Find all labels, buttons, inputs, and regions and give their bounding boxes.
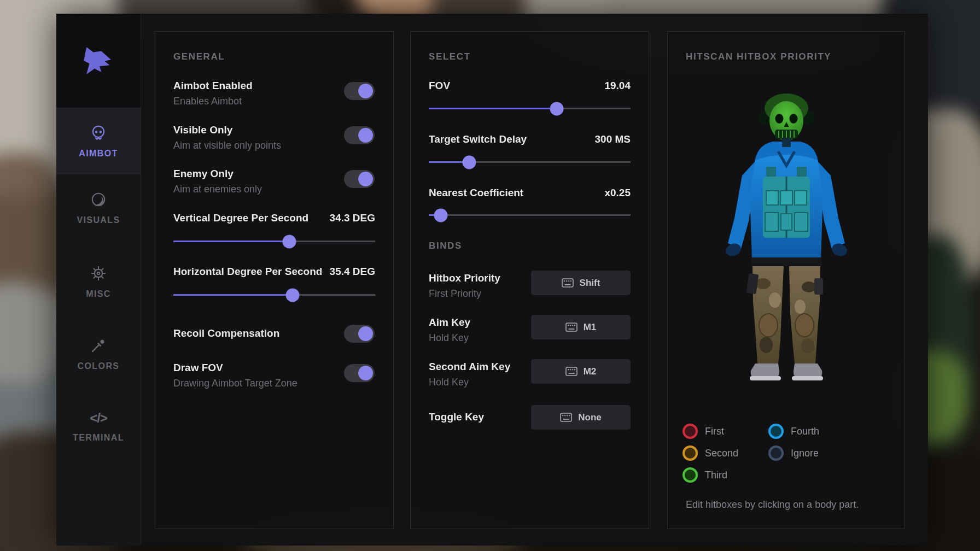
hitbox-priority-key-button[interactable]: Shift bbox=[531, 271, 631, 295]
legend-dot-second bbox=[682, 446, 698, 461]
setting-aimbot-enabled: Aimbot Enabled Enables Aimbot bbox=[173, 80, 253, 107]
draw-fov-toggle[interactable] bbox=[344, 364, 375, 382]
aimbot-enabled-toggle[interactable] bbox=[344, 82, 375, 100]
setting-draw-fov: Draw FOV Drawing Aimbot Target Zone bbox=[173, 362, 298, 389]
wolf-logo-icon bbox=[80, 45, 117, 77]
legend-dot-third bbox=[682, 467, 698, 483]
setting-nearest-coefficient: Nearest Coefficient x0.25 bbox=[429, 187, 631, 199]
sidebar: AIMBOT VISUALS MISC bbox=[56, 14, 141, 546]
setting-visible-only: Visible Only Aim at visible only points bbox=[173, 124, 281, 151]
vertical-dps-slider[interactable] bbox=[173, 241, 375, 242]
aimbot-skull-icon bbox=[90, 124, 107, 142]
slider-knob[interactable] bbox=[434, 208, 448, 222]
second-aim-key-button[interactable]: M2 bbox=[531, 359, 631, 384]
toggle-knob bbox=[358, 128, 373, 143]
sidebar-item-terminal[interactable]: </> TERMINAL bbox=[56, 401, 141, 453]
eyedropper-icon bbox=[90, 337, 107, 354]
setting-fov: FOV 19.04 bbox=[429, 80, 631, 92]
sidebar-item-label: MISC bbox=[86, 289, 111, 299]
toggle-knob bbox=[358, 172, 373, 186]
fov-slider[interactable] bbox=[429, 108, 631, 109]
recoil-compensation-toggle[interactable] bbox=[344, 325, 375, 343]
enemy-only-toggle[interactable] bbox=[344, 170, 375, 188]
setting-vertical-dps: Vertical Degree Per Second 34.3 DEG bbox=[173, 212, 375, 224]
setting-target-switch-delay: Target Switch Delay 300 MS bbox=[429, 133, 631, 145]
general-panel: GENERAL Aimbot Enabled Enables Aimbot Vi… bbox=[155, 31, 394, 529]
visible-only-toggle[interactable] bbox=[344, 126, 375, 144]
sidebar-item-label: AIMBOT bbox=[79, 149, 118, 159]
horizontal-dps-value: 35.4 DEG bbox=[330, 266, 375, 278]
slider-fill bbox=[173, 241, 289, 242]
legend-dot-fourth bbox=[768, 424, 784, 439]
hitbox-torso[interactable] bbox=[750, 151, 823, 266]
contrast-moon-icon bbox=[90, 191, 107, 208]
legend-label-first: First bbox=[705, 426, 724, 437]
hitbox-feet[interactable] bbox=[750, 364, 823, 380]
setting-horizontal-dps: Horizontal Degree Per Second 35.4 DEG bbox=[173, 266, 375, 278]
legend-dot-ignore bbox=[768, 446, 784, 461]
toggle-knob bbox=[358, 326, 373, 341]
general-header: GENERAL bbox=[173, 51, 225, 62]
logo-block bbox=[56, 14, 141, 108]
vertical-dps-value: 34.3 DEG bbox=[330, 212, 375, 224]
bind-toggle-key: Toggle Key bbox=[429, 411, 484, 423]
legend-label-third: Third bbox=[705, 470, 727, 481]
target-switch-delay-slider[interactable] bbox=[429, 161, 631, 163]
keyboard-icon bbox=[560, 413, 572, 422]
hitbox-note: Edit hitboxes by clicking on a body part… bbox=[686, 499, 859, 511]
legend-label-fourth: Fourth bbox=[791, 426, 819, 437]
slider-fill bbox=[429, 108, 557, 109]
legend-label-ignore: Ignore bbox=[791, 448, 819, 459]
slider-knob[interactable] bbox=[285, 288, 299, 302]
keyboard-icon bbox=[565, 367, 578, 376]
sidebar-item-colors[interactable]: COLORS bbox=[56, 328, 141, 380]
setting-enemy-only: Enemy Only Aim at enemies only bbox=[173, 168, 262, 195]
hitbox-head[interactable] bbox=[758, 93, 815, 147]
select-header: SELECT bbox=[429, 51, 471, 62]
nearest-coefficient-value: x0.25 bbox=[604, 187, 631, 199]
hitbox-panel: HITSCAN HITBOX PRIORITY bbox=[667, 31, 905, 529]
sidebar-item-misc[interactable]: MISC bbox=[56, 256, 141, 308]
sidebar-item-label: VISUALS bbox=[77, 215, 120, 225]
slider-fill bbox=[173, 294, 293, 296]
horizontal-dps-slider[interactable] bbox=[173, 294, 375, 296]
nearest-coefficient-slider[interactable] bbox=[429, 214, 631, 216]
legend-label-second: Second bbox=[705, 448, 738, 459]
bind-aim-key: Aim Key Hold Key bbox=[429, 316, 470, 344]
toggle-knob bbox=[358, 84, 373, 98]
slider-knob[interactable] bbox=[283, 235, 296, 248]
hitbox-header: HITSCAN HITBOX PRIORITY bbox=[686, 51, 831, 62]
toggle-key-button[interactable]: None bbox=[531, 405, 631, 430]
slider-knob[interactable] bbox=[462, 155, 476, 169]
code-icon: </> bbox=[90, 411, 107, 426]
bind-second-aim-key: Second Aim Key Hold Key bbox=[429, 361, 510, 388]
gear-icon bbox=[90, 265, 107, 282]
keyboard-icon bbox=[562, 278, 574, 288]
bind-hitbox-priority: Hitbox Priority First Priority bbox=[429, 272, 500, 300]
slider-knob[interactable] bbox=[550, 102, 564, 115]
sidebar-item-label: COLORS bbox=[78, 361, 120, 371]
fov-value: 19.04 bbox=[604, 80, 631, 92]
sidebar-item-visuals[interactable]: VISUALS bbox=[56, 182, 141, 234]
legend-dot-first bbox=[682, 424, 698, 439]
toggle-knob bbox=[358, 366, 373, 380]
hitbox-legs[interactable] bbox=[746, 266, 823, 364]
sidebar-item-label: TERMINAL bbox=[73, 433, 124, 443]
aim-key-button[interactable]: M1 bbox=[531, 315, 631, 339]
mod-menu-window: AIMBOT VISUALS MISC bbox=[56, 14, 928, 546]
select-panel: SELECT FOV 19.04 Target Switch Delay 300… bbox=[410, 31, 649, 529]
keyboard-icon bbox=[565, 323, 578, 332]
character-model[interactable] bbox=[702, 84, 871, 398]
setting-recoil-compensation: Recoil Compensation bbox=[173, 327, 279, 339]
target-switch-delay-value: 300 MS bbox=[595, 133, 631, 145]
sidebar-item-aimbot[interactable]: AIMBOT bbox=[56, 108, 141, 174]
binds-header: BINDS bbox=[429, 241, 462, 251]
